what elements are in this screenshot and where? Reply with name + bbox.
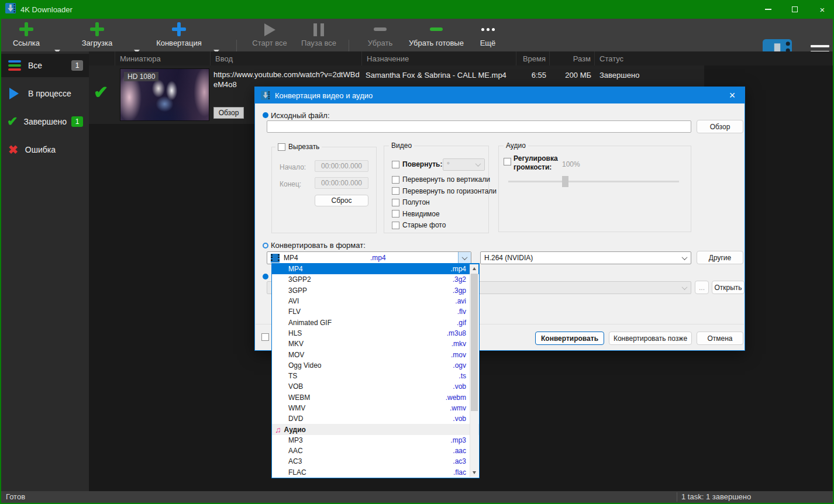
format-option-flv[interactable]: FLV.flv bbox=[272, 306, 479, 317]
video-option-checkbox[interactable]: Полутон bbox=[392, 198, 497, 206]
volume-slider-handle[interactable] bbox=[562, 176, 568, 187]
more-button[interactable]: Ещё bbox=[473, 21, 503, 49]
format-option-mp3[interactable]: MP3.mp3 bbox=[272, 435, 479, 446]
minimize-button[interactable] bbox=[756, 0, 780, 19]
checkbox[interactable] bbox=[392, 199, 399, 206]
column-header[interactable] bbox=[89, 51, 115, 65]
video-group-label: Видео bbox=[389, 141, 414, 150]
remove-button[interactable]: Убрать bbox=[359, 21, 401, 49]
volume-slider-track[interactable] bbox=[508, 181, 679, 182]
convert-later-button[interactable]: Конвертировать позже bbox=[609, 332, 692, 345]
table-header: МиниатюраВводНазначениеВремяРазмСтатус bbox=[89, 51, 833, 65]
format-option-wmv[interactable]: WMV.wmv bbox=[272, 403, 479, 413]
format-select[interactable]: MP4 .mp4 bbox=[267, 251, 471, 264]
format-dropdown-list: MP4.mp43GPP2.3g23GPP.3gpAVI.aviFLV.flvAn… bbox=[271, 263, 480, 478]
scroll-down-icon[interactable] bbox=[473, 471, 476, 474]
maximize-button[interactable] bbox=[783, 0, 807, 19]
format-option-mkv[interactable]: MKV.mkv bbox=[272, 339, 479, 349]
end-time-input[interactable]: 00:00:00.000 bbox=[315, 177, 368, 189]
rotate-option[interactable]: Повернуть: bbox=[392, 160, 443, 168]
audio-group-label: Аудио bbox=[504, 141, 528, 150]
column-header[interactable]: Ввод bbox=[211, 51, 362, 65]
cancel-button[interactable]: Отмена bbox=[697, 332, 743, 345]
video-option-checkbox[interactable]: Перевернуть по горизонтали bbox=[392, 187, 497, 195]
plus-icon bbox=[172, 22, 186, 36]
format-option-mov[interactable]: MOV.mov bbox=[272, 349, 479, 360]
format-option-dvd[interactable]: DVD.vob bbox=[272, 413, 479, 424]
status-divider bbox=[677, 492, 677, 502]
option-label: Перевернуть по вертикали bbox=[402, 175, 490, 184]
video-option-checkbox[interactable]: Старые фото bbox=[392, 221, 497, 229]
format-option-mp4[interactable]: MP4.mp4 bbox=[272, 264, 479, 274]
format-option-vob[interactable]: VOB.vob bbox=[272, 381, 479, 392]
start-time-input[interactable]: 00:00:00.000 bbox=[315, 160, 368, 172]
source-file-label: Исходный файл: bbox=[271, 111, 330, 120]
convert-button[interactable]: Конвертировать bbox=[535, 332, 604, 345]
codec-select[interactable]: H.264 (NVIDIA) bbox=[480, 251, 691, 264]
format-option-ts[interactable]: TS.ts bbox=[272, 371, 479, 381]
format-option-webm[interactable]: WEBM.webm bbox=[272, 392, 479, 403]
column-header[interactable]: Назначение bbox=[362, 51, 516, 65]
sidebar-item-error[interactable]: ✖ Ошибка bbox=[1, 138, 89, 161]
column-header[interactable]: Статус bbox=[595, 51, 833, 65]
start-all-button[interactable]: Старт все bbox=[246, 21, 294, 49]
format-option-ogg-video[interactable]: Ogg Video.ogv bbox=[272, 360, 479, 371]
format-option-3gpp[interactable]: 3GPP.3gp bbox=[272, 285, 479, 296]
output-step-bullet bbox=[263, 274, 268, 279]
dropdown-scrollbar[interactable] bbox=[470, 264, 478, 477]
row-size: 200 МБ bbox=[550, 71, 591, 80]
checkbox[interactable] bbox=[392, 210, 399, 218]
format-option-hls[interactable]: HLS.m3u8 bbox=[272, 328, 479, 339]
format-option-animated-gif[interactable]: Animated GIF.gif bbox=[272, 317, 479, 327]
remove-completed-button[interactable]: Убрать готовые bbox=[405, 21, 468, 49]
sidebar-item-completed[interactable]: ✔ Завершено 1 bbox=[1, 110, 89, 133]
sidebar-item-in-progress[interactable]: В процессе bbox=[1, 82, 89, 105]
row-destination: Samantha Fox & Sabrina - CALL ME.mp4 bbox=[366, 71, 512, 80]
format-option-ac3[interactable]: AC3.ac3 bbox=[272, 456, 479, 467]
scrollbar-thumb[interactable] bbox=[471, 274, 478, 411]
column-header[interactable]: Время bbox=[516, 51, 550, 65]
start-label: Начало: bbox=[280, 163, 306, 171]
format-option-avi[interactable]: AVI.avi bbox=[272, 296, 479, 306]
footer-checkbox[interactable] bbox=[261, 333, 269, 341]
add-download-button[interactable]: Загрузка bbox=[76, 21, 118, 49]
browse-button[interactable]: Обзор bbox=[697, 120, 743, 133]
output-browse-button[interactable]: ... bbox=[695, 281, 709, 294]
row-browse-button[interactable]: Обзор bbox=[213, 107, 244, 119]
video-option-checkbox[interactable]: Перевернуть по вертикали bbox=[392, 175, 497, 184]
checkbox[interactable] bbox=[392, 161, 399, 168]
format-option-3gpp2[interactable]: 3GPP2.3g2 bbox=[272, 274, 479, 285]
video-option-checkbox[interactable]: Невидимое bbox=[392, 210, 497, 218]
volume-label: Регулировка bbox=[514, 154, 558, 163]
window-titlebar: 4K Downloader × bbox=[0, 0, 834, 19]
reset-button[interactable]: Сброс bbox=[315, 195, 368, 206]
checkbox[interactable] bbox=[392, 187, 399, 195]
sidebar-item-all[interactable]: Все 1 bbox=[1, 54, 89, 77]
format-option-aac[interactable]: AAC.aac bbox=[272, 446, 479, 456]
other-formats-button[interactable]: Другие bbox=[697, 251, 743, 264]
open-output-button[interactable]: Открыть bbox=[712, 281, 745, 294]
check-icon: ✔ bbox=[7, 114, 18, 129]
cut-checkbox[interactable] bbox=[278, 143, 285, 151]
column-header[interactable]: Разм bbox=[550, 51, 595, 65]
checkbox[interactable] bbox=[392, 176, 399, 184]
source-file-input[interactable] bbox=[267, 120, 691, 133]
add-conversion-button[interactable]: Конвертация bbox=[150, 21, 208, 49]
close-button[interactable]: × bbox=[811, 0, 834, 19]
format-option-flac[interactable]: FLAC.flac bbox=[272, 467, 479, 478]
column-header[interactable]: Миниатюра bbox=[115, 51, 211, 65]
video-group: Видео Повернуть: ° Перевернуть по вертик… bbox=[384, 146, 489, 233]
plus-icon bbox=[19, 22, 33, 36]
add-link-button[interactable]: Ссылка bbox=[7, 21, 46, 49]
scroll-up-icon[interactable] bbox=[473, 267, 476, 270]
cut-group: Вырезать Начало: 00:00:00.000 Конец: 00:… bbox=[271, 147, 377, 233]
rotate-angle-select[interactable]: ° bbox=[443, 158, 485, 171]
dialog-close-icon[interactable]: × bbox=[725, 87, 740, 103]
option-label: Невидимое bbox=[402, 210, 440, 218]
pause-all-button[interactable]: Пауза все bbox=[295, 21, 343, 49]
checkbox[interactable] bbox=[392, 222, 399, 229]
pause-icon bbox=[313, 23, 324, 36]
volume-checkbox[interactable] bbox=[504, 158, 511, 165]
video-format-icon bbox=[271, 254, 280, 263]
task-summary: 1 task: 1 завершено bbox=[681, 492, 751, 501]
